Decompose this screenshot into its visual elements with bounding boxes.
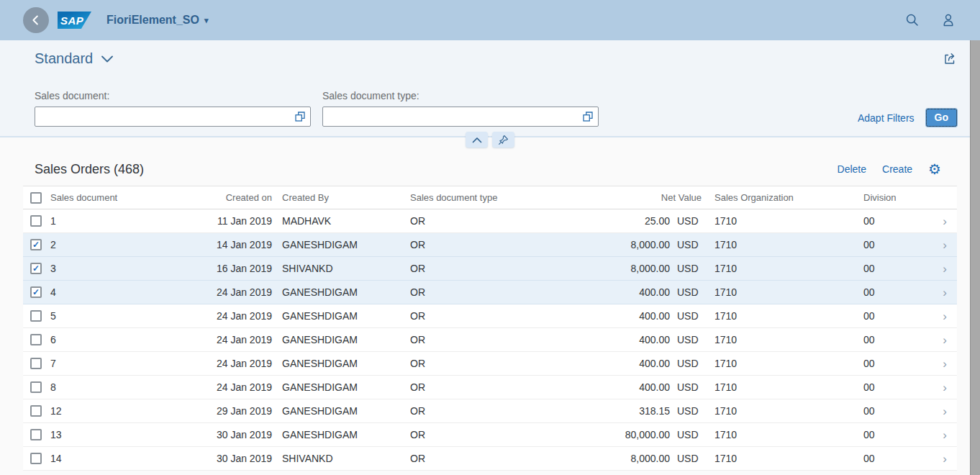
cell-type: OR <box>410 453 527 464</box>
cell-sales-org: 1710 <box>702 263 863 274</box>
sap-logo-text: SAP <box>60 14 83 27</box>
row-checkbox[interactable]: ✓ <box>30 263 42 274</box>
cell-type: OR <box>410 215 527 227</box>
adapt-filters-button[interactable]: Adapt Filters <box>858 112 915 124</box>
column-header-sales-org[interactable]: Sales Organization <box>702 192 863 203</box>
row-navigation-chevron[interactable]: › <box>921 453 957 465</box>
table-settings-button[interactable]: ⚙ <box>928 162 941 176</box>
column-header-created-by[interactable]: Created By <box>282 192 410 203</box>
table-row[interactable]: ✓ 2 14 Jan 2019 GANESHDIGAM OR 8,000.00 … <box>23 233 957 257</box>
collapse-filter-bar-button[interactable] <box>466 132 488 148</box>
cell-sales-org: 1710 <box>702 429 863 440</box>
table-row[interactable]: 1 11 Jan 2019 MADHAVK OR 25.00 USD 1710 … <box>23 209 957 233</box>
cell-sales-document: 2 <box>50 239 201 250</box>
column-header-net-value[interactable]: Net Value <box>527 192 702 203</box>
app-title-menu[interactable]: FioriElement_SO ▾ <box>106 14 208 27</box>
table-row[interactable]: ✓ 4 24 Jan 2019 GANESHDIGAM OR 400.00 US… <box>23 281 957 304</box>
row-navigation-chevron[interactable]: › <box>921 263 957 275</box>
row-checkbox[interactable] <box>30 429 42 440</box>
cell-created-on: 24 Jan 2019 <box>201 310 272 322</box>
row-navigation-chevron[interactable]: › <box>921 239 957 251</box>
cell-net-value: 318.15 USD <box>527 405 702 417</box>
pin-filter-bar-button[interactable] <box>492 132 514 148</box>
go-button[interactable]: Go <box>926 109 957 127</box>
row-checkbox[interactable] <box>30 215 42 227</box>
create-button[interactable]: Create <box>882 163 912 175</box>
net-value-currency: USD <box>677 286 702 298</box>
vertical-scrollbar[interactable] <box>970 40 980 475</box>
row-navigation-chevron[interactable]: › <box>921 381 957 394</box>
fiori-app: SAP FioriElement_SO ▾ Standard <box>0 0 980 475</box>
net-value-amount: 400.00 <box>527 310 670 322</box>
net-value-currency: USD <box>677 381 702 393</box>
net-value-amount: 400.00 <box>527 381 670 393</box>
cell-sales-org: 1710 <box>702 286 863 298</box>
row-navigation-chevron[interactable]: › <box>921 310 957 322</box>
cell-net-value: 400.00 USD <box>527 358 702 369</box>
table-row[interactable]: 8 24 Jan 2019 GANESHDIGAM OR 400.00 USD … <box>23 376 957 399</box>
row-navigation-chevron[interactable]: › <box>921 334 957 346</box>
column-header-type[interactable]: Sales document type <box>410 192 527 203</box>
cell-division: 00 <box>863 215 921 227</box>
variant-selector[interactable]: Standard <box>35 50 113 67</box>
row-checkbox[interactable] <box>30 405 42 417</box>
table-row[interactable]: 12 29 Jan 2019 GANESHDIGAM OR 318.15 USD… <box>23 399 957 423</box>
table-row[interactable]: 5 24 Jan 2019 GANESHDIGAM OR 400.00 USD … <box>23 304 957 328</box>
net-value-amount: 318.15 <box>527 405 670 417</box>
delete-button[interactable]: Delete <box>838 163 866 175</box>
row-checkbox[interactable]: ✓ <box>30 239 42 250</box>
row-navigation-chevron[interactable]: › <box>921 215 957 227</box>
share-button[interactable] <box>943 52 957 65</box>
profile-button[interactable] <box>941 13 956 27</box>
cell-type: OR <box>410 358 527 369</box>
back-button[interactable] <box>23 7 49 33</box>
table-row[interactable]: 13 30 Jan 2019 GANESHDIGAM OR 80,000.00 … <box>23 423 957 447</box>
sales-orders-table: Sales document Created on Created By Sal… <box>23 186 957 471</box>
net-value-amount: 400.00 <box>527 358 670 369</box>
cell-sales-org: 1710 <box>702 239 863 250</box>
cell-division: 00 <box>863 405 921 417</box>
column-header-created-on[interactable]: Created on <box>201 192 272 203</box>
cell-sales-org: 1710 <box>702 310 863 322</box>
cell-created-by: GANESHDIGAM <box>282 239 410 250</box>
value-help-icon[interactable] <box>583 112 593 125</box>
cell-net-value: 8,000.00 USD <box>527 263 702 274</box>
row-checkbox[interactable] <box>30 453 42 464</box>
cell-sales-org: 1710 <box>702 215 863 227</box>
net-value-currency: USD <box>677 453 702 464</box>
sales-document-type-input[interactable] <box>322 107 599 127</box>
net-value-currency: USD <box>677 405 702 417</box>
row-navigation-chevron[interactable]: › <box>921 286 957 299</box>
row-checkbox[interactable] <box>30 381 42 393</box>
net-value-amount: 80,000.00 <box>527 429 670 440</box>
select-all-checkbox[interactable] <box>30 192 42 204</box>
search-button[interactable] <box>905 13 920 27</box>
table-row[interactable]: 7 24 Jan 2019 GANESHDIGAM OR 400.00 USD … <box>23 352 957 376</box>
row-checkbox[interactable] <box>30 358 42 369</box>
cell-created-by: SHIVANKD <box>282 263 410 274</box>
column-header-sales-document[interactable]: Sales document <box>50 192 201 203</box>
cell-created-by: SHIVANKD <box>282 453 410 464</box>
cell-created-on: 24 Jan 2019 <box>201 334 272 345</box>
cell-sales-org: 1710 <box>702 334 863 345</box>
table-row[interactable]: 14 30 Jan 2019 SHIVANKD OR 8,000.00 USD … <box>23 447 957 471</box>
row-navigation-chevron[interactable]: › <box>921 429 957 441</box>
table-row[interactable]: 6 24 Jan 2019 GANESHDIGAM OR 400.00 USD … <box>23 328 957 352</box>
back-chevron-icon <box>28 12 44 28</box>
cell-net-value: 400.00 USD <box>527 381 702 393</box>
row-navigation-chevron[interactable]: › <box>921 358 957 370</box>
net-value-currency: USD <box>677 429 702 440</box>
row-checkbox[interactable]: ✓ <box>30 286 42 298</box>
net-value-currency: USD <box>677 310 702 322</box>
cell-sales-document: 13 <box>50 429 201 440</box>
value-help-icon[interactable] <box>295 112 305 125</box>
share-icon <box>943 52 957 65</box>
net-value-currency: USD <box>677 239 702 250</box>
row-checkbox[interactable] <box>30 310 42 322</box>
row-navigation-chevron[interactable]: › <box>921 405 957 417</box>
sales-document-input[interactable] <box>35 107 311 127</box>
cell-type: OR <box>410 334 527 345</box>
row-checkbox[interactable] <box>30 334 42 345</box>
column-header-division[interactable]: Division <box>863 192 921 203</box>
table-row[interactable]: ✓ 3 16 Jan 2019 SHIVANKD OR 8,000.00 USD… <box>23 257 957 281</box>
